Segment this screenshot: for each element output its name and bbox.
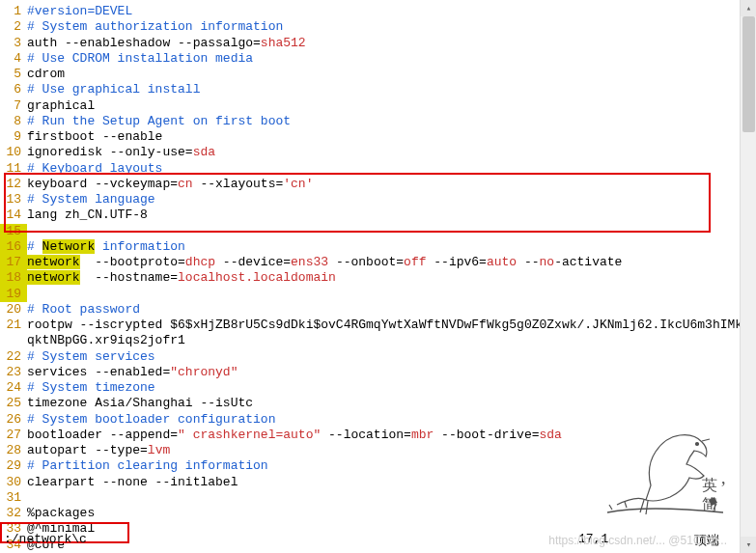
code-line: 17network --bootproto=dhcp --device=ens3… xyxy=(0,255,756,270)
code-content: firstboot --enable xyxy=(27,129,756,145)
line-number: 3 xyxy=(0,36,27,51)
line-number: 13 xyxy=(0,192,27,207)
code-line: 21rootpw --iscrypted $6$xHjZB8rU5Cs9dDki… xyxy=(0,318,756,333)
line-number: 9 xyxy=(0,129,27,145)
line-number: 32 xyxy=(0,506,27,521)
code-content: network --hostname=localhost.localdomain xyxy=(27,270,756,286)
line-number: 5 xyxy=(0,67,27,82)
code-line: 23services --enabled="chronyd" xyxy=(0,365,756,380)
line-number: 25 xyxy=(0,396,27,411)
bird-decoration-icon: 英 简 , xyxy=(598,408,733,524)
code-line: 18network --hostname=localhost.localdoma… xyxy=(0,270,756,286)
code-line: 12keyboard --vckeymap=cn --xlayouts='cn' xyxy=(0,177,756,192)
code-content xyxy=(27,287,756,302)
line-number: 17 xyxy=(0,255,27,270)
code-line: 3auth --enableshadow --passalgo=sha512 xyxy=(0,36,756,51)
code-content: # System authorization information xyxy=(27,19,756,35)
code-content: qktNBpGG.xr9iqs2jofr1 xyxy=(27,333,756,348)
code-line: 15 xyxy=(0,224,756,239)
code-line: qktNBpGG.xr9iqs2jofr1 xyxy=(0,333,756,348)
code-content: # Run the Setup Agent on first boot xyxy=(27,114,756,129)
line-number: 11 xyxy=(0,161,27,177)
code-content: # Network information xyxy=(27,239,756,255)
line-number xyxy=(0,333,27,348)
line-number: 31 xyxy=(0,490,27,506)
code-line: 14lang zh_CN.UTF-8 xyxy=(0,207,756,223)
code-content: # System timezone xyxy=(27,380,756,396)
line-number: 20 xyxy=(0,302,27,318)
code-line: 11# Keyboard layouts xyxy=(0,161,756,177)
code-content: lang zh_CN.UTF-8 xyxy=(27,207,756,223)
code-content: cdrom xyxy=(27,67,756,82)
line-number: 19 xyxy=(0,287,27,302)
line-number: 27 xyxy=(0,428,27,443)
line-number: 21 xyxy=(0,318,27,333)
line-number: 28 xyxy=(0,443,27,458)
code-content: # Use CDROM installation media xyxy=(27,51,756,67)
line-number: 30 xyxy=(0,475,27,490)
badge-top-char: 英 xyxy=(702,477,717,493)
code-line: 20# Root password xyxy=(0,302,756,318)
line-number: 22 xyxy=(0,349,27,365)
code-content xyxy=(27,224,756,239)
code-line: 9firstboot --enable xyxy=(0,129,756,145)
code-line: 4# Use CDROM installation media xyxy=(0,51,756,67)
scroll-down-button[interactable]: ▾ xyxy=(741,537,756,553)
search-command: :/network\c xyxy=(4,532,578,549)
code-line: 22# System services xyxy=(0,349,756,365)
line-number: 8 xyxy=(0,114,27,129)
svg-text:,: , xyxy=(721,468,726,487)
code-line: 7graphical xyxy=(0,98,756,114)
code-content: ignoredisk --only-use=sda xyxy=(27,145,756,160)
line-number: 16 xyxy=(0,239,27,255)
line-number: 15 xyxy=(0,224,27,239)
line-number: 24 xyxy=(0,380,27,396)
code-content: # System services xyxy=(27,349,756,365)
svg-point-0 xyxy=(696,443,699,446)
line-number: 2 xyxy=(0,19,27,35)
line-number: 29 xyxy=(0,458,27,474)
code-content: # System language xyxy=(27,192,756,207)
watermark-text: https://blog.csdn.net/... @51CTO... xyxy=(548,534,727,547)
code-content: services --enabled="chronyd" xyxy=(27,365,756,380)
scroll-thumb[interactable] xyxy=(742,16,755,132)
code-line: 1#version=DEVEL xyxy=(0,4,756,19)
line-number: 7 xyxy=(0,98,27,114)
code-content: # Keyboard layouts xyxy=(27,161,756,177)
code-line: 2# System authorization information xyxy=(0,19,756,35)
line-number: 1 xyxy=(0,4,27,19)
scroll-up-button[interactable]: ▴ xyxy=(741,0,756,16)
code-content: graphical xyxy=(27,98,756,114)
code-line: 5cdrom xyxy=(0,67,756,82)
line-number: 4 xyxy=(0,51,27,67)
code-content: rootpw --iscrypted $6$xHjZB8rU5Cs9dDki$o… xyxy=(27,318,756,333)
line-number: 12 xyxy=(0,177,27,192)
line-number: 18 xyxy=(0,270,27,286)
code-line: 16# Network information xyxy=(0,239,756,255)
vertical-scrollbar[interactable]: ▴ ▾ xyxy=(740,0,756,553)
code-content: auth --enableshadow --passalgo=sha512 xyxy=(27,36,756,51)
code-line: 8# Run the Setup Agent on first boot xyxy=(0,114,756,129)
code-content: # Root password xyxy=(27,302,756,318)
code-line: 6# Use graphical install xyxy=(0,82,756,97)
code-content: keyboard --vckeymap=cn --xlayouts='cn' xyxy=(27,177,756,192)
line-number: 14 xyxy=(0,207,27,223)
line-number: 26 xyxy=(0,412,27,428)
code-line: 19 xyxy=(0,287,756,302)
code-content: network --bootproto=dhcp --device=ens33 … xyxy=(27,255,756,270)
code-line: 13# System language xyxy=(0,192,756,207)
code-line: 24# System timezone xyxy=(0,380,756,396)
code-content: # Use graphical install xyxy=(27,82,756,97)
code-line: 10ignoredisk --only-use=sda xyxy=(0,145,756,160)
line-number: 23 xyxy=(0,365,27,380)
line-number: 6 xyxy=(0,82,27,97)
line-number: 10 xyxy=(0,145,27,160)
code-content: #version=DEVEL xyxy=(27,4,756,19)
